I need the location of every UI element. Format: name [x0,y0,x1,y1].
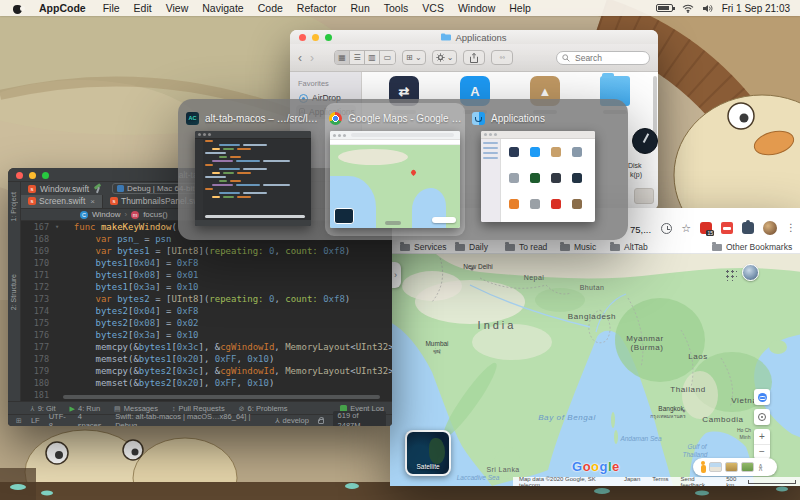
menu-item-run[interactable]: Run [344,2,377,14]
statusbar-run-context[interactable]: Swift: alt-tab-macos | macOS…x86_64] | D… [115,412,266,427]
menu-item-vcs[interactable]: VCS [415,2,451,14]
bookmark-folder-icon [505,244,515,251]
extension-icon-camera[interactable] [700,222,712,234]
other-bookmarks[interactable]: Other Bookmarks [712,241,792,253]
forward-button[interactable]: › [310,51,314,65]
map-footer-link[interactable]: Terms [652,476,668,487]
appcode-window-controls[interactable] [16,172,49,179]
menu-app-name[interactable]: AppCode [33,2,92,14]
history-icon[interactable] [661,223,672,234]
globe-layer-button[interactable] [754,389,770,405]
code-token: count: [285,293,318,305]
omnibox-url-fragment[interactable]: 75,... [630,224,651,235]
zoom-control[interactable]: +− [754,429,770,459]
view-mode-segmented-control[interactable]: ▦ ☰ ▥ ▭ [334,50,396,65]
disk-speed-app-icon[interactable] [632,128,658,154]
menu-item-view[interactable]: View [159,2,196,14]
chrome-menu-icon[interactable]: ⋮ [786,223,796,233]
menu-item-refactor[interactable]: Refactor [290,2,344,14]
volume-icon[interactable] [703,4,713,13]
bookmark-music[interactable]: Music [560,241,596,253]
finder-window-controls[interactable] [299,34,332,41]
list-view-icon[interactable]: ☰ [350,51,365,64]
statusbar-file-encoding[interactable]: UTF-8 [49,412,69,427]
battery-icon[interactable] [656,4,673,12]
memory-indicator[interactable]: 619 of 2487M [333,411,386,427]
switcher-window-finder[interactable]: Applications [468,109,608,222]
code-line: 171 bytes1[0x08] = 0x01 [21,269,392,281]
sidebar-item-project[interactable]: 1: Project [10,192,17,222]
statusbar-indent-info[interactable]: 4 spaces [78,412,106,427]
zoom-out-button[interactable]: − [754,445,770,460]
extension-icon-puzzle[interactable] [742,222,754,234]
tags-button[interactable]: ◦◦ [491,50,513,65]
bookmark-services[interactable]: Services [400,241,447,253]
switcher-window-ide[interactable]: alt-tab-macos – …/src/logic… [182,109,324,226]
partial-app-icon[interactable] [634,188,654,204]
finder-scrollbar[interactable] [653,76,657,136]
menu-item-code[interactable]: Code [251,2,290,14]
sidebar-item-structure[interactable]: 2: Structure [10,274,17,310]
line-number: 175 [21,317,55,329]
breadcrumb-item[interactable]: focus() [143,210,167,219]
group-by-button[interactable]: ⊞ ⌄ [402,50,426,65]
layer-thumb-1[interactable] [709,462,722,472]
layer-thumb-3[interactable] [741,462,754,472]
window-thumbnail[interactable] [330,131,460,228]
menu-item-help[interactable]: Help [502,2,538,14]
bookmark-star-icon[interactable]: ☆ [681,223,691,234]
icon-view-icon[interactable]: ▦ [335,51,350,64]
menu-bar-clock[interactable]: Fri 1 Sep 21:03 [722,3,790,14]
breadcrumb-item[interactable]: Window [92,210,120,219]
nav-file-name[interactable]: Window.swift [40,184,89,194]
bookmark-to-read[interactable]: To read [505,241,547,253]
profile-avatar[interactable] [763,221,777,235]
statusbar-git-branch[interactable]: Ydevelop [275,416,309,425]
action-menu-button[interactable]: ⌄ [432,50,458,65]
back-button[interactable]: ‹ [298,51,302,65]
switcher-window-map[interactable]: Google Maps - Google Chr… [325,103,465,236]
close-tab-icon[interactable]: × [90,197,95,206]
search-input[interactable] [573,52,643,64]
window-thumbnail[interactable] [195,131,311,226]
statusbar-line-separator[interactable]: LF [31,416,40,425]
satellite-toggle[interactable]: Satellite [405,430,451,476]
map-footer-link[interactable]: Japan [624,476,640,487]
menu-item-window[interactable]: Window [451,2,502,14]
collapse-icon[interactable]: ∧∧ [758,463,763,472]
menu-item-file[interactable]: File [96,2,127,14]
extension-icon-adblock[interactable] [721,222,733,234]
menu-item-edit[interactable]: Edit [127,2,159,14]
layer-thumb-2[interactable] [725,462,738,472]
zoom-in-button[interactable]: + [754,429,770,445]
code-token: bytes1 [96,269,129,281]
mini-code-bar [219,192,240,194]
apple-menu-icon[interactable] [12,3,23,14]
window-thumbnail[interactable] [481,131,595,222]
map-footer-link[interactable]: Send feedback [681,476,715,487]
finder-titlebar[interactable]: Applications [290,30,658,44]
gallery-view-icon[interactable]: ▭ [380,51,395,64]
my-location-button[interactable] [754,409,770,425]
google-account-avatar[interactable] [742,264,759,281]
menu-item-tools[interactable]: Tools [377,2,416,14]
code-editor[interactable]: 167▾ func makeKeyWindow(168 var psn_ = p… [21,221,392,401]
line-number: 172 [21,281,55,293]
tab-screen-swift[interactable]: sScreen.swift× [21,194,103,208]
google-apps-grid-icon[interactable] [724,268,737,281]
column-view-icon[interactable]: ▥ [365,51,380,64]
statusbar-grid-icon[interactable]: ⊞ [16,417,22,425]
editor-horizontal-scrollbar[interactable] [63,395,380,399]
search-field[interactable] [556,51,650,65]
pegman-icon[interactable] [699,461,706,473]
google-maps-canvas[interactable]: New DelhiNepalBhutanIndiaBangladeshMyanm… [390,254,800,486]
share-button[interactable] [463,50,485,65]
wifi-icon[interactable] [682,4,694,13]
mini-code-bar [243,168,267,170]
bookmark-daily[interactable]: Daily [455,241,488,253]
menu-item-navigate[interactable]: Navigate [195,2,250,14]
code-token: psn_ [117,233,139,245]
bookmark-alttab[interactable]: AltTab [610,241,648,253]
google-logo[interactable]: Google [572,459,620,474]
build-hammer-icon[interactable] [93,184,102,193]
